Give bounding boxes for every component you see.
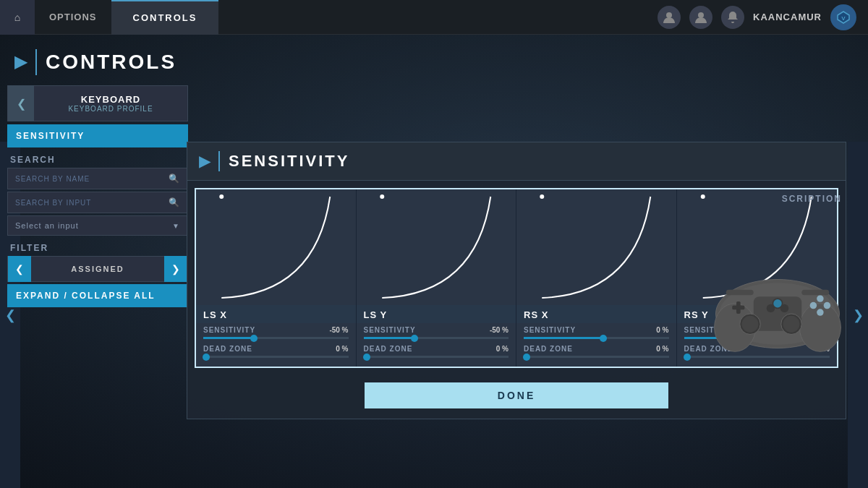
bell-icon (727, 11, 739, 24)
svg-text:V: V (841, 15, 846, 22)
card-label-0: LS X (196, 305, 356, 323)
sensitivity-slider-0[interactable] (203, 337, 349, 339)
sensitivity-row-label-1: SENSITIVITY (364, 326, 416, 334)
description-label: SCRIPTION (782, 194, 842, 204)
card-label-1: LS Y (357, 305, 516, 323)
search-by-input-field[interactable]: SEARCH BY INPUT 🔍 (7, 192, 188, 213)
chevron-down-icon: ▼ (172, 222, 180, 230)
search-icon: 🔍 (169, 174, 180, 184)
dead-zone-slider-1[interactable] (364, 356, 509, 358)
sensitivity-row-0: SENSITIVITY-50 % (196, 323, 356, 335)
options-nav-item[interactable]: OPTIONS (35, 0, 111, 35)
left-sidebar: ❮ KEYBOARD KEYBOARD PROFILE SENSITIVITY … (7, 85, 188, 309)
profile-icon-2[interactable] (689, 6, 712, 29)
home-button[interactable]: ⌂ (0, 0, 35, 35)
svg-point-16 (783, 316, 800, 333)
expand-collapse-label: EXPAND / COLLAPSE ALL (16, 291, 156, 301)
search-input-icon: 🔍 (169, 197, 180, 207)
search-by-name-input[interactable]: SEARCH BY NAME 🔍 (7, 168, 188, 189)
sensitivity-chart-1 (357, 189, 516, 305)
sensitivity-chart-2 (516, 189, 676, 305)
svg-point-20 (817, 295, 824, 302)
sensitivity-card-ls-y: LS YSENSITIVITY-50 %DEAD ZONE0 % (357, 189, 517, 367)
controller-image-area (709, 259, 846, 374)
controls-header: ▶ CONTROLS (14, 49, 176, 75)
username-label: KAANCAMUR (753, 12, 822, 22)
keyboard-section: ❮ KEYBOARD KEYBOARD PROFILE (7, 85, 188, 121)
svg-point-7 (700, 194, 705, 199)
svg-point-27 (780, 304, 788, 312)
controls-nav-item[interactable]: CONTROLS (111, 0, 219, 35)
dead-zone-label-2: DEAD ZONE (524, 345, 573, 353)
svg-point-0 (666, 12, 672, 18)
svg-point-21 (824, 302, 831, 309)
dead-zone-row-1: DEAD ZONE0 % (357, 342, 516, 354)
faction-badge[interactable]: V (830, 4, 856, 30)
sensitivity-slider-1[interactable] (364, 337, 509, 339)
svg-point-22 (817, 309, 824, 316)
top-nav: ⌂ OPTIONS CONTROLS KAANCAMUR V (0, 0, 868, 35)
sensitivity-panel-title: SENSITIVITY (229, 152, 349, 171)
dead-zone-value-2: 0 % (656, 345, 668, 353)
done-button[interactable]: DONE (365, 382, 668, 408)
sensitivity-card-ls-x: LS XSENSITIVITY-50 %DEAD ZONE0 % (196, 189, 357, 367)
select-input-label: Select an input (15, 221, 79, 230)
filter-row: ❮ ASSIGNED ❯ (7, 256, 188, 282)
filter-next-button[interactable]: ❯ (164, 256, 187, 282)
svg-point-4 (219, 194, 224, 199)
dead-zone-slider-2[interactable] (524, 356, 669, 358)
dead-zone-label-1: DEAD ZONE (364, 345, 413, 353)
sensitivity-row-value-1: -50 % (490, 326, 509, 334)
svg-rect-18 (732, 306, 744, 310)
profile-icon-1[interactable] (658, 6, 681, 29)
svg-point-6 (540, 194, 544, 199)
dead-zone-value-1: 0 % (496, 345, 509, 353)
controls-divider (35, 49, 37, 75)
svg-rect-23 (726, 290, 754, 296)
sensitivity-card-rs-x: RS XSENSITIVITY0 %DEAD ZONE0 % (516, 189, 677, 367)
expand-collapse-button[interactable]: EXPAND / COLLAPSE ALL (7, 284, 188, 307)
sensitivity-chart-0 (196, 189, 356, 305)
svg-rect-24 (801, 290, 829, 296)
svg-point-28 (773, 299, 781, 307)
options-label: OPTIONS (49, 12, 97, 22)
controller-svg (709, 259, 846, 355)
person-icon (663, 11, 676, 24)
filter-value-label: ASSIGNED (31, 265, 164, 273)
home-icon: ⌂ (14, 12, 20, 23)
select-input-dropdown[interactable]: Select an input ▼ (7, 215, 188, 236)
controls-arrow-icon: ▶ (14, 53, 27, 72)
dead-zone-slider-0[interactable] (203, 356, 349, 358)
svg-point-1 (698, 12, 704, 18)
dead-zone-row-0: DEAD ZONE0 % (196, 342, 356, 354)
right-nav-arrow[interactable]: ❯ (848, 142, 868, 488)
search-section-label: SEARCH (7, 149, 188, 168)
page-title: CONTROLS (46, 51, 176, 74)
sensitivity-label: SENSITIVITY (16, 131, 85, 141)
keyboard-prev-button[interactable]: ❮ (8, 85, 34, 121)
controls-nav-label: CONTROLS (133, 12, 197, 23)
keyboard-profile-display: KEYBOARD KEYBOARD PROFILE (34, 94, 187, 113)
sensitivity-row-1: SENSITIVITY-50 % (357, 323, 516, 335)
dead-zone-row-2: DEAD ZONE0 % (516, 342, 676, 354)
dead-zone-value-0: 0 % (336, 345, 348, 353)
search-input-placeholder: SEARCH BY INPUT (15, 199, 91, 207)
svg-point-19 (810, 302, 817, 309)
sensitivity-row-2: SENSITIVITY0 % (516, 323, 676, 335)
bell-icon-button[interactable] (721, 6, 744, 29)
sensitivity-menu-item[interactable]: SENSITIVITY (7, 124, 188, 147)
nav-right: KAANCAMUR V (658, 4, 868, 30)
sensitivity-header-divider (218, 151, 220, 171)
filter-prev-button[interactable]: ❮ (8, 256, 31, 282)
sensitivity-row-value-0: -50 % (329, 326, 348, 334)
dead-zone-label-0: DEAD ZONE (203, 345, 252, 353)
sensitivity-panel-header: ▶ SENSITIVITY (187, 142, 846, 181)
main-background: ▶ CONTROLS ❮ ❮ KEYBOARD KEYBOARD PROFILE… (0, 35, 868, 488)
sensitivity-row-label-0: SENSITIVITY (203, 326, 255, 334)
person-icon-2 (694, 11, 707, 24)
sensitivity-slider-2[interactable] (524, 337, 669, 339)
badge-icon: V (836, 10, 851, 25)
filter-section-label: FILTER (7, 237, 188, 256)
sensitivity-arrow-icon: ▶ (199, 153, 210, 170)
keyboard-profile-label: KEYBOARD PROFILE (34, 105, 187, 113)
